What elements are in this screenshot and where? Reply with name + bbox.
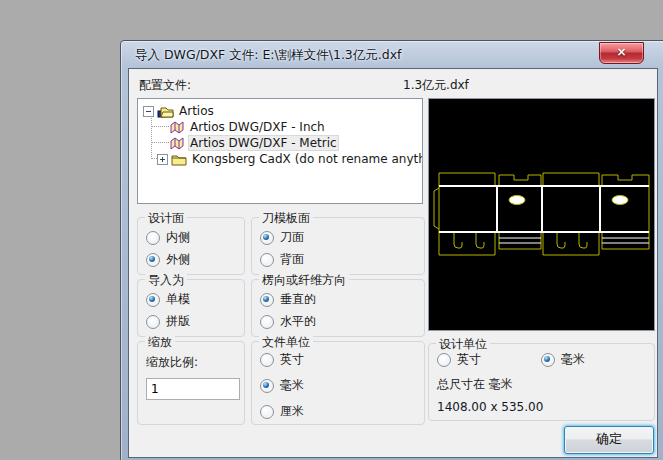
radio-icon [260,315,274,329]
radio-icon [260,379,274,393]
group-import-as: 导入为 单模 拼版 [137,279,245,337]
radio-icon [541,353,555,367]
group-design-face: 设计面 内侧 外侧 [137,217,245,275]
expand-icon[interactable] [157,154,168,165]
radio-file-units-inch[interactable]: 英寸 [260,352,424,367]
tree-item-dwg-metric[interactable]: Artios DWG/DXF - Metric [138,135,422,151]
radio-label: 单模 [166,291,190,308]
radio-label: 水平的 [280,313,316,330]
open-folder-icon [157,105,174,118]
profile-map-icon [170,137,185,150]
scale-ratio-input[interactable] [146,378,240,400]
radio-icon [260,253,274,267]
radio-vertical[interactable]: 垂直的 [260,292,424,307]
group-title: 导入为 [145,272,187,289]
profile-map-icon [170,121,185,134]
radio-icon [260,405,274,419]
group-die-board-face: 刀模板面 刀面 背面 [251,217,425,275]
radio-design-face-inner[interactable]: 内侧 [146,230,244,245]
collapse-icon[interactable] [143,106,154,117]
radio-label: 毫米 [280,377,304,394]
radio-design-units-inch[interactable]: 英寸 [437,352,481,367]
radio-knife-face[interactable]: 刀面 [260,230,424,245]
radio-icon [260,293,274,307]
radio-icon [146,231,160,245]
group-grain-direction: 楞向或纤维方向 垂直的 水平的 [251,279,425,337]
group-title: 楞向或纤维方向 [259,272,349,289]
tree-item-label: Artios [177,104,216,118]
tree-item-label: Artios DWG/DXF - Metric [188,135,339,151]
group-design-units: 设计单位 英寸 毫米 总尺寸在 毫米 1408.00 x 535.00 [428,343,655,421]
radio-design-face-outer[interactable]: 外侧 [146,252,244,267]
group-file-units: 文件单位 英寸 毫米 厘米 [251,341,425,425]
tree-item-label: Kongsberg CadX (do not rename anything) [190,152,423,166]
tree-item-dwg-inch[interactable]: Artios DWG/DXF - Inch [138,119,422,135]
import-dwg-dxf-dialog: 导入 DWG/DXF 文件: E:\割样文件\1.3亿元.dxf × 配置文件:… [120,40,663,460]
radio-icon [260,353,274,367]
radio-label: 垂直的 [280,291,316,308]
radio-icon [146,253,160,267]
radio-icon [260,231,274,245]
radio-back-face[interactable]: 背面 [260,252,424,267]
group-title: 文件单位 [259,334,313,351]
tree-item-artios-root[interactable]: Artios [138,103,422,119]
close-button[interactable]: × [599,42,644,64]
group-scale: 缩放 缩放比例: [137,341,245,425]
profile-tree: Artios Artios DWG/DXF - Inch Artios DWG/… [137,98,423,204]
radio-layout[interactable]: 拼版 [146,314,244,329]
radio-icon [437,353,451,367]
folder-icon [171,153,187,166]
radio-label: 背面 [280,251,304,268]
radio-label: 内侧 [166,229,190,246]
radio-icon [146,315,160,329]
dieline-preview [428,98,655,331]
radio-label: 厘米 [280,403,304,420]
radio-horizontal[interactable]: 水平的 [260,314,424,329]
dialog-title: 导入 DWG/DXF 文件: E:\割样文件\1.3亿元.dxf [135,47,402,64]
radio-file-units-mm[interactable]: 毫米 [260,378,424,393]
profile-files-label: 配置文件: [139,77,191,94]
dialog-client-area: 配置文件: 1.3亿元.dxf Artios [128,68,658,458]
tree-item-label: Artios DWG/DXF - Inch [188,120,327,134]
desktop-backdrop: { "colors": { "radio_blue": "#2d70b0", "… [0,0,663,460]
radio-label: 英寸 [457,351,481,368]
preview-canvas [429,99,654,330]
overall-size-value: 1408.00 x 535.00 [437,400,543,414]
overall-size-caption: 总尺寸在 毫米 [437,376,513,393]
radio-label: 外侧 [166,251,190,268]
radio-icon [146,293,160,307]
radio-file-units-cm[interactable]: 厘米 [260,404,424,419]
radio-label: 毫米 [561,351,585,368]
dialog-titlebar[interactable]: 导入 DWG/DXF 文件: E:\割样文件\1.3亿元.dxf × [121,41,663,68]
scale-ratio-label: 缩放比例: [146,354,198,371]
tree-item-kongsberg-cadx[interactable]: Kongsberg CadX (do not rename anything) [138,151,422,167]
radio-label: 刀面 [280,229,304,246]
radio-label: 拼版 [166,313,190,330]
radio-design-units-mm[interactable]: 毫米 [541,352,585,367]
current-filename: 1.3亿元.dxf [403,77,469,94]
close-icon: × [616,45,626,59]
radio-single-design[interactable]: 单模 [146,292,244,307]
group-title: 缩放 [145,334,175,351]
radio-label: 英寸 [280,351,304,368]
group-title: 刀模板面 [259,210,313,227]
ok-button-label: 确定 [596,431,622,446]
ok-button[interactable]: 确定 [564,426,654,454]
group-title: 设计面 [145,210,187,227]
